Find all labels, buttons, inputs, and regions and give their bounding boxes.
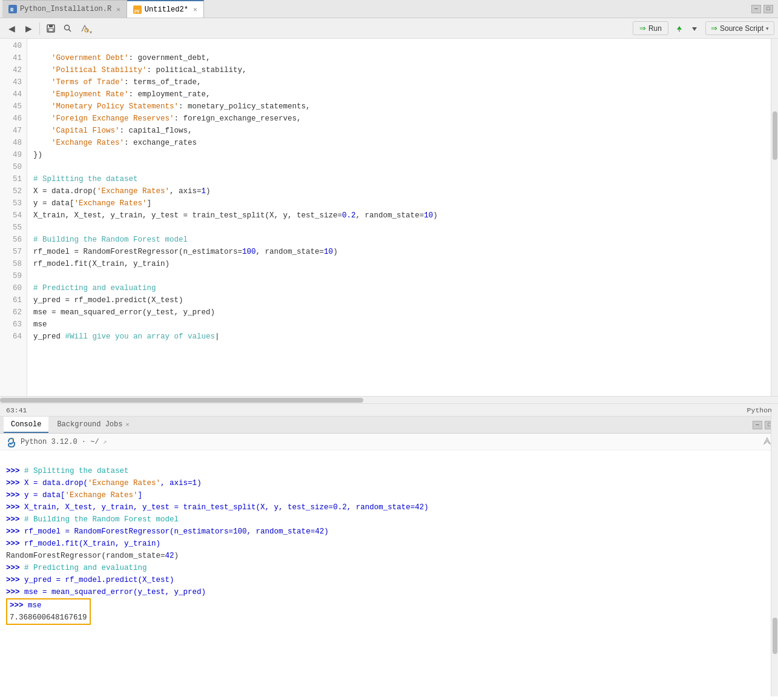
line-57: rf_model.fit(X_train, y_train) [33,260,170,268]
svg-rect-5 [49,25,53,27]
go-to-dir-icon[interactable]: ↗ [103,438,107,446]
editor-window-controls: — □ [751,5,776,13]
maximize-editor-btn[interactable]: □ [763,5,773,13]
console-line-4: >>> X_train, X_test, y_train, y_test = t… [6,503,429,512]
line-48: }) [33,151,42,159]
editor-area: 40 41 42 43 44 45 46 47 48 49 50 51 52 5… [0,39,778,396]
bg-jobs-label: Background Jobs [57,420,122,429]
source-arrow-icon: ⇒ [711,24,717,33]
line-52: y = data['Exchange Rates'] [33,199,151,208]
line-47: 'Exchange Rates': exchange_rates [33,139,197,147]
console-line-6: >>> rf_model = RandomForestRegressor(n_e… [6,527,329,536]
console-line-2: >>> X = data.drop('Exchange Rates', axis… [6,479,202,487]
save-btn[interactable] [43,21,59,36]
r-file-icon: R [8,5,17,13]
console-line-8: RandomForestRegressor(random_state=42) [6,552,179,560]
console-tab[interactable]: Console [4,417,48,433]
line-50: # Splitting the dataset [33,175,138,183]
vertical-scrollbar[interactable] [771,39,778,396]
tab-python-installation[interactable]: R Python_Installation.R ✕ [2,0,127,18]
console-scrollbar[interactable] [771,412,778,696]
toolbar-sep1 [39,22,40,35]
line-45: 'Foreign Exchange Reserves': foreign_exc… [33,114,302,123]
console-section: Console Background Jobs ✕ — □ [0,417,778,700]
svg-point-7 [65,25,70,30]
line-55: # Building the Random Forest model [33,236,188,244]
console-mse-highlighted: >>> mse 7.368600648167619 [6,613,91,635]
back-btn[interactable]: ◀ [4,21,19,36]
line-64 [33,345,38,353]
tab2-close[interactable]: ✕ [193,5,197,13]
console-scrollbar-thumb[interactable] [773,618,777,654]
status-bar: 63:41 Python [0,403,778,417]
svg-line-8 [69,29,71,31]
line-43: 'Employment Rate': employment_rate, [33,90,211,99]
run-down-btn[interactable] [687,21,702,36]
console-line-3: >>> y = data['Exchange Rates'] [6,491,142,500]
line-numbers: 40 41 42 43 44 45 46 47 48 49 50 51 52 5… [0,39,27,396]
language-indicator[interactable]: Python [747,406,772,414]
console-output[interactable]: >>> # Splitting the dataset >>> X = data… [0,451,778,700]
console-line-10: >>> y_pred = rf_model.predict(X_test) [6,576,174,584]
toolbar-right: ⇒ Run ⇒ Source Script ▾ [633,21,774,36]
tab2-label: Untitled2* [145,5,188,14]
horizontal-scrollbar[interactable] [0,396,778,403]
console-tab-bar: Console Background Jobs ✕ — □ [0,417,778,434]
console-line-5: >>> # Building the Random Forest model [6,515,179,524]
console-tabs: Console Background Jobs ✕ [4,417,136,433]
line-62: mse [33,320,47,329]
svg-rect-6 [48,28,53,31]
line-42: 'Terms of Trade': terms_of_trade, [33,78,202,87]
magic-btn[interactable]: ▾ [77,21,93,36]
console-line-1: >>> # Splitting the dataset [6,467,129,475]
svg-point-12 [10,444,12,445]
mse-value: 7.368600648167619 [10,613,87,622]
line-46: 'Capital Flows': capital_flows, [33,127,193,135]
line-49 [33,163,38,171]
python-snake-icon [6,437,17,447]
console-header-left: Python 3.12.0 · ~/ ↗ [6,437,107,447]
console-line-11: >>> mse = mean_squared_error(y_test, y_p… [6,588,206,596]
bg-jobs-tab[interactable]: Background Jobs ✕ [50,417,136,433]
cursor-position: 63:41 [6,406,27,414]
line-54 [33,223,38,232]
editor-toolbar: ◀ ▶ ▾ ⇒ Run [0,18,778,39]
run-up-btn[interactable] [672,21,687,36]
minimize-console-btn[interactable]: — [753,421,762,429]
source-dropdown-icon[interactable]: ▾ [766,25,769,31]
line-63: y_pred #Will give you an array of values… [33,332,220,341]
editor-tabs: R Python_Installation.R ✕ py Untitled2* … [2,0,204,18]
scrollbar-thumb-h[interactable] [0,398,363,403]
line-51: X = data.drop('Exchange Rates', axis=1) [33,187,211,196]
run-arrow-icon: ⇒ [639,24,646,33]
run-button[interactable]: ⇒ Run [633,21,668,35]
svg-point-11 [12,439,13,440]
console-tab-label: Console [11,420,41,429]
line-44: 'Monetary Policy Statements': monetary_p… [33,102,311,111]
tab-untitled2[interactable]: py Untitled2* ✕ [127,0,204,18]
tab1-close[interactable]: ✕ [116,5,120,13]
tab1-label: Python_Installation.R [20,5,111,13]
console-line-9: >>> # Predicting and evaluating [6,564,147,572]
editor-tab-bar: R Python_Installation.R ✕ py Untitled2* … [0,0,778,18]
run-label: Run [648,24,662,33]
py-file-icon: py [133,5,142,14]
toolbar-left: ◀ ▶ ▾ [4,21,93,36]
line-58 [33,272,38,280]
svg-text:R: R [10,7,14,13]
search-btn[interactable] [60,21,76,36]
forward-btn[interactable]: ▶ [21,21,36,36]
source-script-button[interactable]: ⇒ Source Script ▾ [705,21,774,35]
console-header: Python 3.12.0 · ~/ ↗ [0,434,778,451]
bg-jobs-close[interactable]: ✕ [125,421,129,428]
nav-arrows [672,21,702,36]
line-40: 'Government Debt': government_debt, [33,54,211,62]
source-label: Source Script [720,24,763,33]
code-editor[interactable]: 'Government Debt': government_debt, 'Pol… [27,39,771,396]
line-61: mse = mean_squared_error(y_test, y_pred) [33,308,215,317]
line-56: rf_model = RandomForestRegressor(n_estim… [33,248,338,256]
line-41: 'Political Stability': political_stabili… [33,66,247,74]
minimize-editor-btn[interactable]: — [751,5,761,13]
scrollbar-thumb[interactable] [773,111,777,160]
python-version: Python 3.12.0 · ~/ [21,438,99,446]
